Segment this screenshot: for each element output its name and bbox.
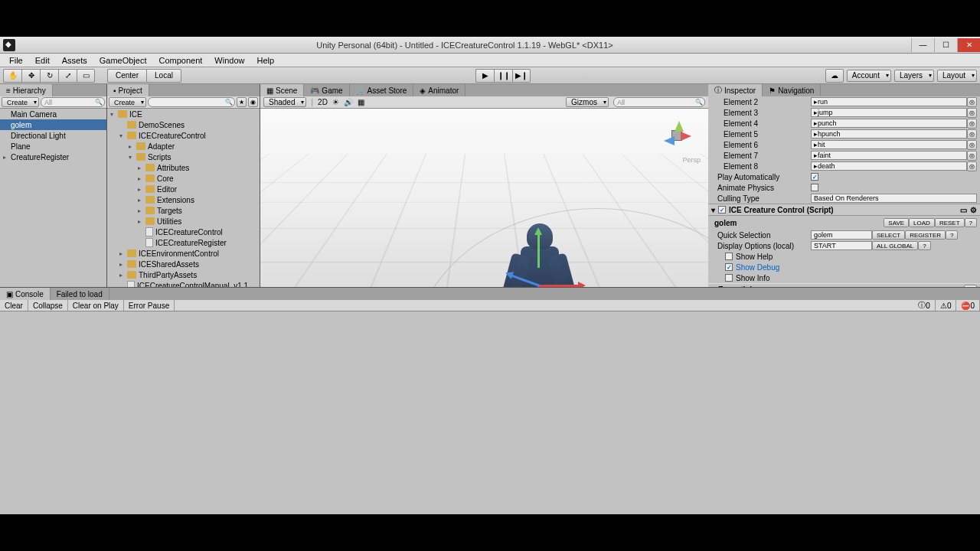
hierarchy-item[interactable]: ▸CreatureRegister	[0, 152, 106, 162]
project-item[interactable]: ▸ICEEnvironmentControl	[107, 248, 260, 259]
hierarchy-tab[interactable]: ≡Hierarchy	[0, 84, 53, 96]
element-field[interactable]: ▸jump	[811, 108, 967, 117]
element-field[interactable]: ▸run	[811, 97, 967, 106]
show-info-checkbox[interactable]	[725, 274, 733, 282]
menu-window[interactable]: Window	[208, 54, 250, 67]
anim-phys-checkbox[interactable]	[811, 184, 818, 191]
save-button[interactable]: SAVE	[884, 218, 909, 227]
project-create-dropdown[interactable]: Create	[109, 97, 146, 107]
menu-edit[interactable]: Edit	[29, 54, 56, 67]
project-item[interactable]: DemoScenes	[107, 119, 260, 130]
play-button[interactable]: ▶	[475, 69, 494, 83]
step-button[interactable]: ▶❙	[512, 69, 531, 83]
pivot-center-button[interactable]: Center	[107, 69, 146, 83]
project-item[interactable]: ▸Editor	[107, 184, 260, 194]
layers-dropdown[interactable]: Layers	[894, 70, 934, 82]
project-filter-2[interactable]: ◉	[248, 97, 258, 107]
gizmo-x-axis[interactable]	[537, 285, 583, 287]
project-item[interactable]: ▸Attributes	[107, 162, 260, 173]
help-button[interactable]: ?	[965, 218, 977, 227]
show-debug-checkbox[interactable]	[725, 263, 733, 271]
reset-button[interactable]: RESET	[935, 218, 965, 227]
project-item[interactable]: ▸Utilities	[107, 216, 260, 227]
tab-animator[interactable]: ◈Animator	[413, 84, 466, 96]
transform-tool-1[interactable]: ✥	[21, 69, 40, 83]
display-opts-dropdown[interactable]: START	[811, 241, 872, 250]
clear-on-play-button[interactable]: Clear on Play	[68, 300, 124, 311]
hierarchy-create-dropdown[interactable]: Create	[2, 97, 39, 107]
menu-gameobject[interactable]: GameObject	[93, 54, 153, 67]
register-button[interactable]: REGISTER	[905, 230, 946, 240]
audio-icon[interactable]: 🔊	[344, 98, 353, 106]
play-auto-checkbox[interactable]	[811, 173, 818, 181]
info-count[interactable]: ⓘ0	[913, 300, 936, 311]
account-dropdown[interactable]: Account	[847, 70, 891, 82]
project-item[interactable]: ▸Adapter	[107, 141, 260, 152]
scene-viewport[interactable]: Persp	[260, 109, 708, 287]
menu-assets[interactable]: Assets	[56, 54, 93, 67]
culling-dropdown[interactable]: Based On Renderers	[811, 194, 977, 203]
error-pause-button[interactable]: Error Pause	[124, 300, 175, 311]
menu-component[interactable]: Component	[152, 54, 208, 67]
close-button[interactable]: ✕	[957, 38, 980, 52]
transform-tool-3[interactable]: ⤢	[58, 69, 77, 83]
disp-help-button[interactable]: ?	[918, 241, 930, 250]
tab-game[interactable]: 🎮Game	[304, 84, 349, 96]
element-target[interactable]: ◎	[967, 140, 977, 150]
project-item[interactable]: ▸Core	[107, 173, 260, 184]
project-tab[interactable]: ▪Project	[107, 84, 149, 96]
hierarchy-item[interactable]: golem	[0, 119, 106, 130]
gizmos-dropdown[interactable]: Gizmos	[566, 97, 609, 107]
element-field[interactable]: ▸hpunch	[811, 129, 967, 139]
project-search[interactable]	[148, 97, 235, 107]
select-button[interactable]: SELECT	[872, 230, 905, 240]
tab-scene[interactable]: ▦Scene	[260, 84, 304, 96]
lighting-icon[interactable]: ☀	[332, 98, 339, 106]
project-item[interactable]: ▾ICECreatureControl	[107, 130, 260, 141]
warn-count[interactable]: ⚠0	[936, 300, 957, 311]
maximize-button[interactable]: ☐	[934, 38, 957, 52]
perspective-label[interactable]: Persp	[682, 156, 701, 164]
scene-search[interactable]: All	[613, 97, 705, 107]
transform-tool-4[interactable]: ▭	[77, 69, 95, 83]
element-target[interactable]: ◎	[967, 97, 977, 107]
mode-2d[interactable]: 2D	[318, 98, 328, 106]
show-help-checkbox[interactable]	[725, 253, 733, 260]
fx-icon[interactable]: ▦	[358, 98, 364, 106]
hierarchy-item[interactable]: Main Camera	[0, 109, 106, 119]
element-field[interactable]: ▸death	[811, 161, 967, 171]
element-field[interactable]: ▸punch	[811, 119, 967, 128]
icc-component-header[interactable]: ▾ ICE Creature Control (Script) ▭⚙	[708, 204, 980, 216]
hierarchy-item[interactable]: Plane	[0, 141, 106, 152]
project-item[interactable]: ▸Targets	[107, 205, 260, 216]
project-item[interactable]: ▾ICE	[107, 109, 260, 119]
project-item[interactable]: ▾Scripts	[107, 152, 260, 162]
error-count[interactable]: ⛔0	[956, 300, 980, 311]
project-item[interactable]: ICECreatureRegister	[107, 237, 260, 248]
cloud-button[interactable]: ☁	[825, 69, 844, 83]
pause-button[interactable]: ❙❙	[494, 69, 512, 83]
pivot-local-button[interactable]: Local	[146, 69, 181, 83]
minimize-button[interactable]: —	[911, 38, 934, 52]
project-item[interactable]: ICECreatureControlManual_v1.1	[107, 280, 260, 287]
quick-help-button[interactable]: ?	[946, 230, 958, 240]
project-filter-1[interactable]: ★	[237, 97, 247, 107]
project-item[interactable]: ICECreatureControl	[107, 227, 260, 237]
orientation-gizmo[interactable]	[658, 116, 696, 155]
hierarchy-search[interactable]: All	[41, 97, 105, 107]
project-item[interactable]: ▸ICESharedAssets	[107, 259, 260, 269]
element-field[interactable]: ▸faint	[811, 151, 967, 160]
project-item[interactable]: ▸ThirdPartyAssets	[107, 269, 260, 280]
gizmo-y-axis[interactable]	[537, 230, 540, 268]
shaded-dropdown[interactable]: Shaded	[263, 97, 306, 107]
console-tab[interactable]: ▣Console	[0, 288, 51, 300]
inspector-tab[interactable]: ⓘInspector	[708, 84, 763, 96]
failed-tab[interactable]: Failed to load	[51, 288, 109, 300]
navigation-tab[interactable]: ⚑Navigation	[763, 84, 821, 96]
transform-tool-2[interactable]: ↻	[40, 69, 58, 83]
element-target[interactable]: ◎	[967, 151, 977, 161]
tab-asset-store[interactable]: 🛒Asset Store	[350, 84, 414, 96]
icc-enabled-checkbox[interactable]	[718, 206, 726, 214]
element-field[interactable]: ▸hit	[811, 140, 967, 149]
transform-tool-0[interactable]: ✋	[3, 69, 21, 83]
